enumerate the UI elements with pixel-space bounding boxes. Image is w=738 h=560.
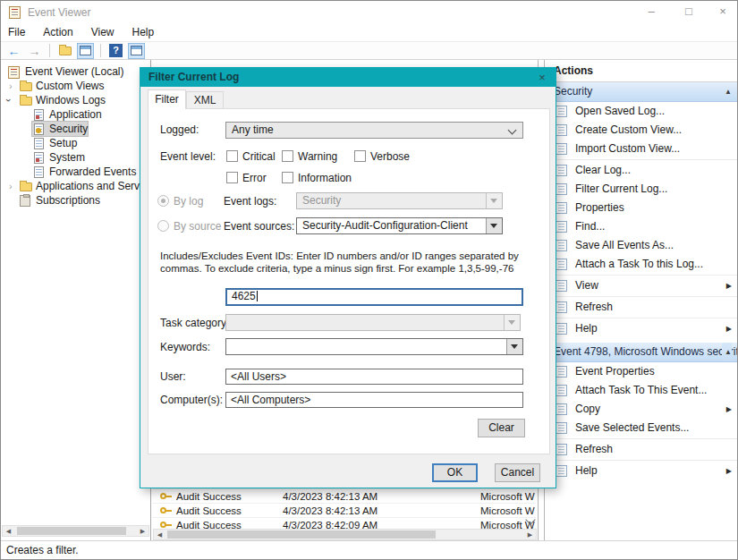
event-row[interactable]: Audit Success 4/3/2023 8:42:13 AM Micros… xyxy=(153,488,536,504)
dialog-close-icon[interactable]: × xyxy=(534,70,550,86)
collapse-icon[interactable]: ▲ xyxy=(725,82,732,101)
information-checkbox[interactable] xyxy=(282,172,293,183)
tree-item-system[interactable]: System xyxy=(1,150,151,165)
show-action-pane-icon[interactable] xyxy=(128,43,145,59)
action-label: Attach Task To This Event... xyxy=(575,384,707,396)
event-sources-dropdown[interactable]: Security-Audit-Configuration-Client xyxy=(296,217,503,234)
chevron-right-icon[interactable]: › xyxy=(9,179,13,193)
minimize-button-icon[interactable]: – xyxy=(638,1,665,24)
action-properties[interactable]: Properties xyxy=(545,199,738,217)
menu-action[interactable]: Action xyxy=(34,24,81,41)
event-datetime: 4/3/2023 8:42:13 AM xyxy=(283,489,377,504)
show-console-tree-icon[interactable] xyxy=(77,43,94,59)
action-find[interactable]: Find... xyxy=(545,217,738,236)
chevron-right-icon[interactable]: › xyxy=(9,79,13,93)
chevron-down-icon[interactable]: › xyxy=(2,98,16,102)
menu-view[interactable]: View xyxy=(82,24,123,41)
keywords-dropdown[interactable] xyxy=(225,338,523,355)
key-icon xyxy=(160,505,172,516)
tree-item-event-viewer-local[interactable]: Event Viewer (Local) xyxy=(1,64,151,79)
event-level-label: Event level: xyxy=(160,150,216,163)
close-button-icon[interactable]: × xyxy=(709,1,736,24)
tree-item-subscriptions[interactable]: Subscriptions xyxy=(1,193,151,208)
event-logs-value: Security xyxy=(302,194,341,208)
warning-checkbox[interactable] xyxy=(282,150,293,162)
action-label: Filter Current Log... xyxy=(575,182,667,195)
error-checkbox[interactable] xyxy=(226,172,238,183)
critical-checkbox[interactable] xyxy=(226,150,238,162)
clear-button[interactable]: Clear xyxy=(478,419,525,437)
scroll-left-icon[interactable]: ◀ xyxy=(3,526,14,536)
actions-section-event-4798[interactable]: Event 4798, Microsoft Windows security..… xyxy=(545,343,738,362)
dropdown-arrow-icon[interactable] xyxy=(506,339,522,354)
export-icon[interactable] xyxy=(56,43,73,59)
by-log-radio[interactable] xyxy=(157,195,169,207)
back-icon[interactable] xyxy=(5,43,22,59)
action-open-saved-log[interactable]: Open Saved Log... xyxy=(545,102,738,121)
create-custom-view-icon xyxy=(556,124,567,136)
by-source-radio[interactable] xyxy=(157,220,169,232)
menu-file[interactable]: File xyxy=(1,24,34,41)
event-ids-input[interactable]: 4625 xyxy=(225,288,523,306)
tab-xml[interactable]: XML xyxy=(186,91,224,109)
maximize-button-icon[interactable]: □ xyxy=(675,1,702,24)
actions-section-security[interactable]: Security ▲ xyxy=(545,82,738,102)
action-event-properties[interactable]: Event Properties xyxy=(545,362,738,381)
action-help-event[interactable]: Help▶ xyxy=(545,462,738,480)
tree-item-windows-logs[interactable]: › Windows Logs xyxy=(1,93,151,107)
dialog-titlebar[interactable]: Filter Current Log × xyxy=(140,68,556,87)
tab-filter[interactable]: Filter xyxy=(148,89,186,109)
event-viewer-icon xyxy=(8,66,20,79)
tree-item-security[interactable]: Security xyxy=(32,122,88,136)
event-row[interactable]: Audit Success 4/3/2023 8:42:13 AM Micros… xyxy=(153,503,536,518)
dropdown-arrow-icon[interactable] xyxy=(486,218,502,233)
action-create-custom-view[interactable]: Create Custom View... xyxy=(545,121,738,140)
help-icon[interactable]: ? xyxy=(107,43,124,59)
events-horizontal-scrollbar[interactable]: ◀ ▶ xyxy=(153,529,537,540)
scrollbar-thumb[interactable] xyxy=(167,530,436,539)
tree-item-forwarded-events[interactable]: Forwarded Events xyxy=(1,165,151,179)
event-viewer-window: Event Viewer – □ × File Action View Help… xyxy=(0,0,738,560)
user-input[interactable]: <All Users> xyxy=(225,369,523,385)
scrollbar-thumb[interactable] xyxy=(17,527,126,535)
action-refresh-event[interactable]: Refresh xyxy=(545,440,738,459)
action-label: View xyxy=(575,279,598,292)
computers-input[interactable]: <All Computers> xyxy=(225,392,523,408)
action-clear-log[interactable]: Clear Log... xyxy=(545,161,738,180)
collapse-icon[interactable]: ▲ xyxy=(722,343,732,361)
action-view[interactable]: View▶ xyxy=(545,276,738,295)
forward-icon[interactable] xyxy=(26,43,43,59)
tree-item-application[interactable]: Application xyxy=(1,107,151,122)
cancel-button[interactable]: Cancel xyxy=(495,463,540,482)
verbose-checkbox[interactable] xyxy=(354,150,366,162)
action-copy[interactable]: Copy▶ xyxy=(545,400,738,419)
action-import-custom-view[interactable]: Import Custom View... xyxy=(545,140,738,158)
tree-item-setup[interactable]: Setup xyxy=(1,136,151,150)
ok-button[interactable]: OK xyxy=(432,463,478,482)
menu-help[interactable]: Help xyxy=(123,24,164,41)
action-attach-task-to-log[interactable]: Attach a Task To this Log... xyxy=(545,255,738,274)
event-logs-dropdown: Security xyxy=(296,192,503,209)
action-filter-current-log[interactable]: Filter Current Log... xyxy=(545,180,738,199)
refresh-icon xyxy=(556,301,567,313)
scroll-right-icon[interactable]: ▶ xyxy=(524,530,536,539)
action-attach-task-to-event[interactable]: Attach Task To This Event... xyxy=(545,381,738,400)
computers-value: <All Computers> xyxy=(231,394,310,406)
action-save-selected-events[interactable]: Save Selected Events... xyxy=(545,419,738,437)
save-icon xyxy=(556,422,567,434)
action-label: Refresh xyxy=(575,301,613,313)
scroll-right-icon[interactable]: ▶ xyxy=(137,526,148,536)
scroll-left-icon[interactable]: ◀ xyxy=(154,530,165,539)
action-help[interactable]: Help▶ xyxy=(545,319,738,338)
logged-dropdown[interactable]: Any time xyxy=(225,122,523,139)
submenu-arrow-icon: ▶ xyxy=(726,276,732,295)
tree-horizontal-scrollbar[interactable]: ◀ ▶ xyxy=(2,525,149,537)
by-source-label: By source xyxy=(174,220,221,233)
tree-item-custom-views[interactable]: › Custom Views xyxy=(1,79,151,93)
toolbar: ? xyxy=(1,41,737,60)
tree-item-label: Forwarded Events xyxy=(49,165,136,179)
action-label: Find... xyxy=(575,220,605,233)
action-save-all-events-as[interactable]: Save All Events As... xyxy=(545,236,738,255)
action-refresh[interactable]: Refresh xyxy=(545,298,738,317)
tree-item-applications-and-services[interactable]: › Applications and Services xyxy=(1,179,151,193)
